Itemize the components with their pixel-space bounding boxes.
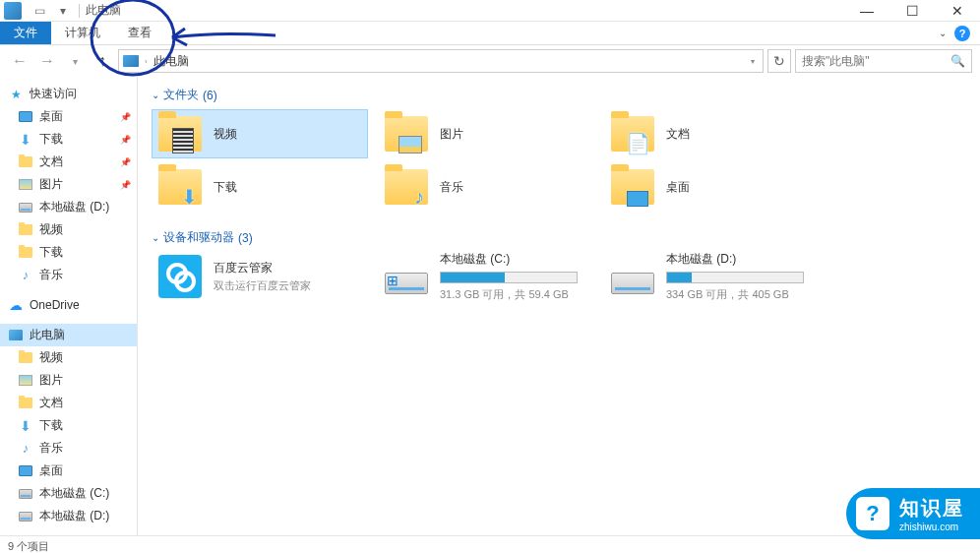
sidebar-item-pc-desktop[interactable]: 桌面 bbox=[0, 460, 137, 482]
tab-computer[interactable]: 计算机 bbox=[51, 22, 114, 44]
ribbon-tabs: 文件 计算机 查看 ⌄ ? bbox=[0, 22, 980, 45]
sidebar-item-pc-downloads[interactable]: ⬇下载 bbox=[0, 414, 137, 437]
pin-icon: 📌 bbox=[120, 157, 131, 167]
nav-forward-button[interactable]: → bbox=[35, 49, 59, 73]
folder-music[interactable]: ♪ 音乐 bbox=[378, 162, 594, 212]
navigation-pane[interactable]: ★快速访问 桌面📌 ⬇下载📌 文档📌 图片📌 本地磁盘 (D:) 视频 下载 ♪… bbox=[0, 77, 138, 535]
folder-icon bbox=[18, 245, 33, 261]
disk-icon bbox=[18, 200, 33, 215]
qat-properties-icon[interactable]: ▭ bbox=[30, 2, 49, 20]
sidebar-item-disk-c[interactable]: 本地磁盘 (C:) bbox=[0, 482, 137, 505]
pin-icon: 📌 bbox=[120, 112, 131, 122]
folder-icon bbox=[18, 154, 33, 170]
pc-icon bbox=[8, 328, 24, 343]
location-icon bbox=[123, 55, 139, 67]
folder-pictures[interactable]: 图片 bbox=[378, 109, 594, 158]
disk-icon bbox=[18, 509, 33, 524]
star-icon: ★ bbox=[8, 87, 24, 102]
document-icon: 📄 bbox=[626, 132, 650, 155]
pin-icon: 📌 bbox=[120, 180, 131, 190]
sidebar-item-music[interactable]: ♪音乐 bbox=[0, 264, 137, 286]
sidebar-item-downloads[interactable]: ⬇下载📌 bbox=[0, 128, 137, 151]
qat-new-folder-icon[interactable]: ▾ bbox=[53, 2, 73, 20]
close-button[interactable]: ✕ bbox=[935, 0, 980, 22]
window-title: 此电脑 bbox=[86, 2, 121, 19]
sidebar-item-pc-music[interactable]: ♪音乐 bbox=[0, 437, 137, 460]
chevron-down-icon: ⌄ bbox=[152, 90, 159, 100]
desktop-icon bbox=[18, 109, 33, 125]
drive-usage-bar bbox=[440, 272, 578, 283]
folder-icon bbox=[18, 222, 33, 238]
music-icon: ♪ bbox=[18, 268, 33, 283]
search-box[interactable]: 🔍 bbox=[795, 49, 972, 73]
sidebar-item-this-pc[interactable]: 此电脑 bbox=[0, 324, 137, 346]
sidebar-item-pc-documents[interactable]: 文档 bbox=[0, 392, 137, 414]
cloud-icon: ☁ bbox=[8, 297, 24, 313]
chevron-right-icon[interactable]: › bbox=[145, 57, 148, 66]
disk-icon bbox=[18, 486, 33, 502]
watermark-badge: ? 知识屋 zhishiwu.com bbox=[846, 488, 980, 539]
picture-icon bbox=[398, 136, 422, 154]
drive-usage-bar bbox=[666, 272, 804, 283]
pictures-icon bbox=[18, 373, 33, 389]
watermark-icon: ? bbox=[856, 497, 889, 530]
sidebar-item-desktop[interactable]: 桌面📌 bbox=[0, 105, 137, 128]
system-icon[interactable] bbox=[4, 2, 22, 20]
folder-videos[interactable]: 视频 bbox=[152, 109, 368, 158]
group-header-folders[interactable]: ⌄ 文件夹 (6) bbox=[152, 87, 966, 103]
nav-recent-dropdown[interactable]: ▾ bbox=[63, 49, 87, 73]
yun-icon bbox=[158, 255, 202, 298]
sidebar-item-disk-d[interactable]: 本地磁盘 (D:) bbox=[0, 196, 137, 218]
sidebar-item-downloads[interactable]: 下载 bbox=[0, 241, 137, 264]
breadcrumb[interactable]: › 此电脑 ▾ bbox=[118, 49, 764, 73]
title-bar: ▭ ▾ 此电脑 — ☐ ✕ bbox=[0, 0, 980, 22]
folder-downloads[interactable]: ⬇ 下载 bbox=[152, 162, 368, 212]
sidebar-item-pictures[interactable]: 图片📌 bbox=[0, 173, 137, 196]
sidebar-item-pc-videos[interactable]: 视频 bbox=[0, 346, 137, 369]
minimize-button[interactable]: — bbox=[844, 0, 889, 22]
search-input[interactable] bbox=[802, 54, 950, 68]
status-text: 9 个项目 bbox=[8, 539, 49, 553]
download-icon: ⬇ bbox=[18, 132, 33, 148]
sidebar-item-pc-pictures[interactable]: 图片 bbox=[0, 369, 137, 392]
tab-view[interactable]: 查看 bbox=[114, 22, 165, 44]
group-header-devices[interactable]: ⌄ 设备和驱动器 (3) bbox=[152, 229, 966, 246]
pictures-icon bbox=[18, 177, 33, 193]
desktop-icon bbox=[627, 191, 648, 207]
film-icon bbox=[172, 128, 194, 154]
sidebar-item-documents[interactable]: 文档📌 bbox=[0, 151, 137, 173]
windows-icon: ⊞ bbox=[387, 273, 398, 288]
expand-ribbon-icon[interactable]: ⌄ bbox=[939, 28, 947, 38]
folder-icon bbox=[18, 396, 33, 411]
nav-up-button[interactable]: ↑ bbox=[91, 49, 114, 73]
status-bar: 9 个项目 bbox=[0, 535, 980, 553]
breadcrumb-location[interactable]: 此电脑 bbox=[153, 53, 189, 70]
download-icon: ⬇ bbox=[181, 185, 198, 209]
help-icon[interactable]: ? bbox=[954, 26, 970, 41]
nav-back-button[interactable]: ← bbox=[8, 49, 31, 73]
folder-desktop[interactable]: 桌面 bbox=[604, 162, 821, 212]
refresh-button[interactable]: ↻ bbox=[767, 49, 791, 73]
folder-documents[interactable]: 📄 文档 bbox=[604, 109, 821, 158]
drive-c[interactable]: ⊞ 本地磁盘 (C:)31.3 GB 可用，共 59.4 GB bbox=[378, 252, 594, 301]
desktop-icon bbox=[18, 463, 33, 479]
download-icon: ⬇ bbox=[18, 418, 33, 434]
address-bar: ← → ▾ ↑ › 此电脑 ▾ ↻ 🔍 bbox=[0, 45, 980, 77]
sidebar-item-quick-access[interactable]: ★快速访问 bbox=[0, 83, 137, 105]
drive-d[interactable]: 本地磁盘 (D:)334 GB 可用，共 405 GB bbox=[604, 252, 821, 301]
music-icon: ♪ bbox=[18, 441, 33, 457]
sidebar-item-videos[interactable]: 视频 bbox=[0, 218, 137, 241]
sidebar-item-onedrive[interactable]: ☁OneDrive bbox=[0, 294, 137, 316]
device-baiduyun[interactable]: 百度云管家双击运行百度云管家 bbox=[152, 252, 368, 301]
breadcrumb-dropdown-icon[interactable]: ▾ bbox=[751, 57, 755, 66]
maximize-button[interactable]: ☐ bbox=[889, 0, 935, 22]
pin-icon: 📌 bbox=[120, 135, 131, 145]
chevron-down-icon: ⌄ bbox=[152, 232, 159, 243]
folder-icon bbox=[18, 350, 33, 366]
music-icon: ♪ bbox=[414, 186, 424, 209]
content-pane[interactable]: ⌄ 文件夹 (6) 视频 图片 📄 文档 ⬇ 下载 ♪ 音乐 bbox=[138, 77, 980, 535]
sidebar-item-disk-d[interactable]: 本地磁盘 (D:) bbox=[0, 505, 137, 527]
search-icon[interactable]: 🔍 bbox=[950, 54, 965, 68]
tab-file[interactable]: 文件 bbox=[0, 22, 51, 44]
